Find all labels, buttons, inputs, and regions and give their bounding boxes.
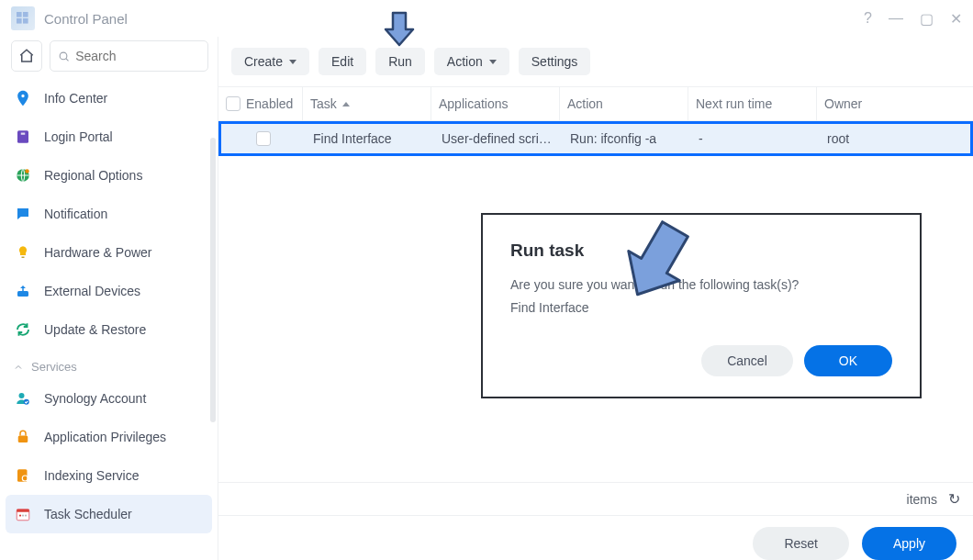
edit-button[interactable]: Edit	[319, 48, 366, 75]
footer: items ↻ Reset Apply	[218, 482, 973, 560]
cell-owner: root	[820, 124, 934, 153]
sidebar-item-label: Application Privileges	[44, 430, 166, 444]
table-header: Enabled Task Applications Action Next ru…	[218, 87, 973, 121]
cancel-button[interactable]: Cancel	[701, 345, 793, 376]
col-next-run[interactable]: Next run time	[688, 87, 817, 120]
settings-button[interactable]: Settings	[519, 48, 591, 75]
lock-icon	[13, 427, 33, 447]
window-title: Control Panel	[44, 11, 128, 27]
col-applications[interactable]: Applications	[431, 87, 560, 120]
dialog-title: Run task	[510, 241, 892, 261]
search-icon	[58, 50, 70, 63]
sidebar-item-label: External Devices	[44, 284, 140, 298]
sidebar-scrollbar[interactable]	[210, 138, 216, 422]
sidebar-item-indexing[interactable]: Indexing Service	[0, 456, 218, 495]
sidebar-item-update[interactable]: Update & Restore	[0, 310, 218, 349]
sidebar-item-label: Regional Options	[44, 168, 142, 183]
chevron-up-icon	[13, 362, 24, 373]
sidebar-item-label: Synology Account	[44, 391, 146, 406]
svg-rect-1	[23, 12, 28, 17]
svg-point-9	[25, 169, 29, 174]
task-table: Enabled Task Applications Action Next ru…	[218, 86, 973, 156]
svg-point-12	[19, 393, 25, 398]
help-icon[interactable]: ?	[864, 10, 872, 28]
info-icon	[13, 88, 33, 108]
create-button[interactable]: Create	[231, 48, 309, 75]
svg-point-20	[19, 514, 21, 516]
sidebar-item-external[interactable]: External Devices	[0, 272, 218, 310]
sidebar-item-notification[interactable]: Notification	[0, 195, 218, 233]
cell-applications: User-defined scri…	[434, 124, 563, 153]
apply-button[interactable]: Apply	[862, 527, 956, 560]
refresh-icon	[13, 319, 33, 340]
action-button[interactable]: Action	[434, 48, 509, 75]
toolbar: Create Edit Run Action Settings	[218, 37, 973, 86]
caret-down-icon	[489, 60, 497, 64]
col-owner[interactable]: Owner	[817, 87, 932, 120]
titlebar: Control Panel ? — ▢ ✕	[0, 0, 973, 37]
run-button[interactable]: Run	[375, 48, 425, 75]
sort-asc-icon	[342, 102, 350, 106]
sidebar-item-label: Task Scheduler	[44, 507, 132, 521]
table-row[interactable]: Find Interface User-defined scri… Run: i…	[218, 121, 973, 156]
portal-icon	[13, 127, 33, 147]
svg-rect-7	[21, 133, 26, 135]
svg-point-21	[22, 514, 24, 516]
chat-icon	[13, 204, 33, 224]
cell-action: Run: ifconfig -a	[563, 124, 691, 153]
ok-button[interactable]: OK	[804, 345, 892, 376]
close-icon[interactable]: ✕	[950, 10, 962, 28]
run-task-dialog: Run task Are you sure you want to run th…	[481, 213, 922, 398]
svg-point-22	[25, 514, 27, 516]
maximize-icon[interactable]: ▢	[920, 10, 934, 28]
sidebar-item-login-portal[interactable]: Login Portal	[0, 118, 218, 156]
refresh-button[interactable]: ↻	[948, 490, 960, 508]
minimize-icon[interactable]: —	[889, 10, 903, 28]
items-label: items	[907, 492, 937, 507]
home-button[interactable]	[11, 40, 42, 72]
sidebar-item-label: Hardware & Power	[44, 245, 152, 260]
sidebar-item-label: Update & Restore	[44, 322, 146, 337]
header-checkbox[interactable]	[226, 96, 240, 111]
svg-rect-10	[22, 257, 25, 259]
svg-point-4	[60, 52, 67, 60]
search-doc-icon	[13, 465, 33, 486]
sidebar-item-app-privileges[interactable]: Application Privileges	[0, 418, 218, 456]
app-icon	[11, 6, 35, 30]
sidebar-item-synology-account[interactable]: Synology Account	[0, 379, 218, 418]
calendar-icon	[13, 504, 33, 524]
sidebar-section-services[interactable]: Services	[0, 349, 218, 379]
svg-line-5	[66, 58, 69, 61]
upload-icon	[13, 281, 33, 301]
svg-rect-11	[17, 291, 28, 297]
sidebar-item-hardware[interactable]: Hardware & Power	[0, 233, 218, 272]
sidebar-item-regional[interactable]: Regional Options	[0, 156, 218, 195]
sidebar: Info Center Login Portal Regional Option…	[0, 37, 218, 560]
cell-task: Find Interface	[306, 124, 434, 153]
svg-rect-14	[18, 436, 28, 443]
caret-down-icon	[289, 60, 296, 64]
svg-rect-19	[17, 510, 29, 512]
col-action[interactable]: Action	[560, 87, 688, 120]
bulb-icon	[13, 242, 33, 263]
svg-rect-6	[17, 130, 28, 143]
dialog-task-name: Find Interface	[510, 298, 892, 318]
row-checkbox[interactable]	[256, 131, 271, 146]
search-input[interactable]	[75, 49, 200, 63]
sidebar-item-info-center[interactable]: Info Center	[0, 79, 218, 118]
sidebar-item-label: Notification	[44, 207, 107, 221]
search-input-wrap[interactable]	[50, 40, 208, 72]
col-task[interactable]: Task	[303, 87, 431, 120]
col-enabled[interactable]: Enabled	[218, 87, 303, 120]
globe-icon	[13, 165, 33, 185]
cell-next-run: -	[691, 124, 820, 153]
user-icon	[13, 388, 33, 409]
svg-rect-0	[17, 12, 22, 17]
sidebar-item-label: Info Center	[44, 91, 107, 106]
sidebar-item-label: Indexing Service	[44, 468, 140, 483]
dialog-message: Are you sure you want to run the followi…	[510, 275, 892, 295]
sidebar-item-task-scheduler[interactable]: Task Scheduler	[6, 495, 212, 533]
svg-rect-3	[23, 18, 28, 24]
main-panel: Create Edit Run Action Settings Enabled …	[218, 37, 973, 560]
reset-button[interactable]: Reset	[753, 527, 849, 560]
